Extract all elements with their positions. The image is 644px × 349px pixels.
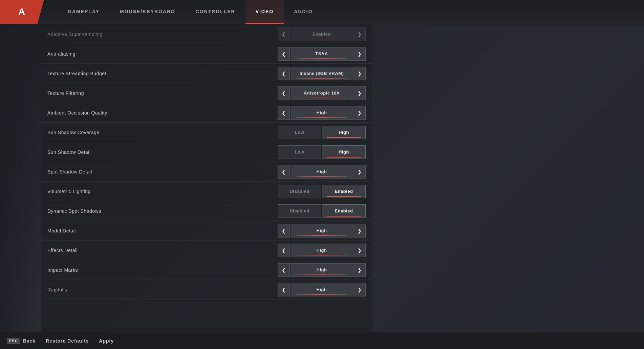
nav-tab-mouse-keyboard[interactable]: MOUSE/KEYBOARD <box>110 0 185 24</box>
selector-value: High <box>317 228 327 233</box>
nav-tab-video[interactable]: VIDEO <box>245 0 284 24</box>
arrow-selector: ❮Enabled❯ <box>278 27 366 41</box>
selector-value: Insane (8GB VRAM) <box>300 71 344 76</box>
selector-underline <box>297 235 346 236</box>
arrow-left-button[interactable]: ❮ <box>278 27 290 41</box>
arrow-right-button[interactable]: ❯ <box>353 86 366 100</box>
toggle-option-enabled[interactable]: Enabled <box>322 185 366 198</box>
arrow-left-button[interactable]: ❮ <box>278 67 290 80</box>
selector-value-wrap: Insane (8GB VRAM) <box>291 67 353 80</box>
arrow-left-button[interactable]: ❮ <box>278 47 290 61</box>
selector-value: High <box>317 287 327 292</box>
setting-row: Impact Marks❮High❯ <box>41 260 372 280</box>
setting-label: Adaptive Supersampling <box>47 32 278 37</box>
setting-label: Anti-aliasing <box>47 51 278 57</box>
logo-text: A <box>18 6 26 17</box>
setting-label: Texture Filtering <box>47 90 278 96</box>
arrow-left-button[interactable]: ❮ <box>278 263 290 277</box>
arrow-right-button[interactable]: ❯ <box>353 244 366 257</box>
setting-label: Sun Shadow Coverage <box>47 130 278 135</box>
restore-defaults-button[interactable]: Restore Defaults <box>46 338 89 344</box>
arrow-left-button[interactable]: ❮ <box>278 244 290 257</box>
toggle-option-low[interactable]: Low <box>278 126 321 139</box>
arrow-left-button[interactable]: ❮ <box>278 224 290 238</box>
setting-row: Sun Shadow CoverageLowHigh <box>41 123 372 142</box>
toggle-option-high[interactable]: High <box>322 126 366 139</box>
setting-label: Sun Shadow Detail <box>47 149 278 155</box>
nav-tab-audio[interactable]: AUDIO <box>284 0 323 24</box>
arrow-selector: ❮High❯ <box>278 224 366 238</box>
arrow-selector: ❮High❯ <box>278 106 366 120</box>
setting-row: Dynamic Spot ShadowsDisabledEnabled <box>41 201 372 221</box>
arrow-left-button[interactable]: ❮ <box>278 165 290 179</box>
selector-value-wrap: High <box>291 165 353 179</box>
selector-underline <box>297 117 346 118</box>
bottombar: ESC Back Restore Defaults Apply <box>0 332 644 349</box>
arrow-right-button[interactable]: ❯ <box>353 27 366 41</box>
arrow-left-button[interactable]: ❮ <box>278 283 290 296</box>
back-label: Back <box>23 338 36 344</box>
setting-label: Impact Marks <box>47 267 278 273</box>
selector-value-wrap: TSAA <box>291 47 353 61</box>
selector-value-wrap: Enabled <box>291 27 353 41</box>
selector-value: High <box>317 248 327 253</box>
arrow-left-button[interactable]: ❮ <box>278 86 290 100</box>
toggle-option-low[interactable]: Low <box>278 145 321 159</box>
arrow-right-button[interactable]: ❯ <box>353 165 366 179</box>
arrow-right-button[interactable]: ❯ <box>353 283 366 296</box>
toggle-control: DisabledEnabled <box>278 185 366 198</box>
setting-row: Texture Filtering❮Anisotropic 16X❯ <box>41 83 372 103</box>
selector-value-wrap: High <box>291 263 353 277</box>
setting-label: Spot Shadow Detail <box>47 169 278 174</box>
setting-label: Volumetric Lighting <box>47 189 278 194</box>
toggle-option-disabled[interactable]: Disabled <box>278 204 321 218</box>
setting-row: Adaptive Supersampling❮Enabled❯ <box>41 24 372 44</box>
arrow-right-button[interactable]: ❯ <box>353 47 366 61</box>
selector-underline <box>297 78 346 79</box>
selector-underline <box>297 255 346 255</box>
selector-value-wrap: Anisotropic 16X <box>291 86 353 100</box>
arrow-right-button[interactable]: ❯ <box>353 67 366 80</box>
selector-value-wrap: High <box>291 224 353 238</box>
setting-row: Sun Shadow DetailLowHigh <box>41 142 372 162</box>
back-button[interactable]: ESC Back <box>7 338 36 344</box>
toggle-control: LowHigh <box>278 126 366 139</box>
setting-label: Ambient Occlusion Quality <box>47 110 278 116</box>
arrow-selector: ❮High❯ <box>278 165 366 179</box>
arrow-selector: ❮TSAA❯ <box>278 47 366 61</box>
logo-area: A <box>0 0 44 24</box>
selector-value: TSAA <box>315 51 328 56</box>
setting-row: Model Detail❮High❯ <box>41 221 372 241</box>
arrow-selector: ❮High❯ <box>278 244 366 257</box>
settings-list[interactable]: Adaptive Supersampling❮Enabled❯Anti-alia… <box>41 24 372 332</box>
apply-button[interactable]: Apply <box>99 338 114 344</box>
setting-row: Texture Streaming Budget❮Insane (8GB VRA… <box>41 64 372 83</box>
setting-label: Dynamic Spot Shadows <box>47 208 278 214</box>
toggle-option-enabled[interactable]: Enabled <box>322 204 366 218</box>
setting-label: Texture Streaming Budget <box>47 71 278 76</box>
arrow-right-button[interactable]: ❯ <box>353 106 366 120</box>
main-content: Adaptive Supersampling❮Enabled❯Anti-alia… <box>0 24 644 332</box>
arrow-left-button[interactable]: ❮ <box>278 106 290 120</box>
arrow-selector: ❮High❯ <box>278 263 366 277</box>
arrow-right-button[interactable]: ❯ <box>353 263 366 277</box>
arrow-right-button[interactable]: ❯ <box>353 224 366 238</box>
arrow-selector: ❮Insane (8GB VRAM)❯ <box>278 67 366 80</box>
selector-underline <box>297 39 346 39</box>
selector-value: High <box>317 110 327 115</box>
setting-row: Spot Shadow Detail❮High❯ <box>41 162 372 182</box>
toggle-option-disabled[interactable]: Disabled <box>278 185 321 198</box>
arrow-selector: ❮Anisotropic 16X❯ <box>278 86 366 100</box>
selector-value: High <box>317 267 327 272</box>
right-panel <box>372 24 644 332</box>
restore-label: Restore Defaults <box>46 338 89 344</box>
toggle-control: DisabledEnabled <box>278 204 366 218</box>
selector-underline <box>297 294 346 295</box>
esc-key-badge: ESC <box>7 338 20 344</box>
settings-panel: Adaptive Supersampling❮Enabled❯Anti-alia… <box>41 24 372 332</box>
selector-value-wrap: High <box>291 244 353 257</box>
apply-label: Apply <box>99 338 114 344</box>
toggle-option-high[interactable]: High <box>322 145 366 159</box>
nav-tab-controller[interactable]: CONTROLLER <box>185 0 245 24</box>
nav-tab-gameplay[interactable]: GAMEPLAY <box>58 0 110 24</box>
